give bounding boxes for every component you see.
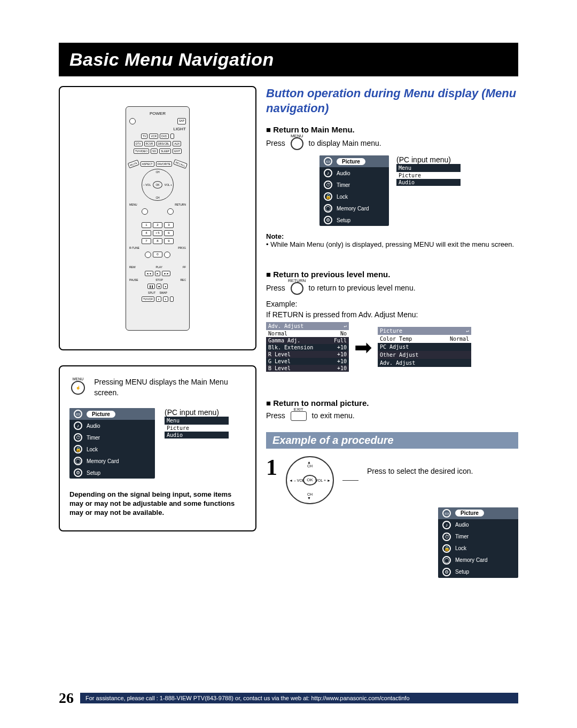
exit-button-icon — [291, 411, 307, 421]
content-columns: POWER SAP LIGHT TVVCRDVD DTVRCVRDBS/CBLA… — [59, 86, 518, 578]
menu-item-audio: ♪Audio — [69, 420, 155, 432]
main-menu-small: ▭Picture ♪Audio ⏱Timer 🔒Lock ◯Memory Car… — [319, 155, 389, 226]
manual-page: Basic Menu Navigation POWER SAP LIGHT TV… — [0, 0, 577, 728]
disclaimer-text: Depending on the signal being input, som… — [69, 490, 246, 518]
menu-button-icon: MENU — [291, 137, 303, 150]
setup-icon: ⚙ — [442, 568, 451, 576]
setup-icon: ⚙ — [324, 216, 332, 224]
audio-icon: ♪ — [442, 521, 451, 529]
prog-icon — [164, 252, 170, 258]
right-column: Button operation during Menu display (Me… — [266, 86, 518, 578]
step-text: Press to select the desired icon. — [367, 456, 518, 475]
audio-icon: ♪ — [74, 421, 82, 430]
menu-item-memory: ◯Memory Card — [69, 455, 155, 467]
return-main-heading: ■ Return to Main Menu. — [266, 125, 518, 134]
dpad-icon: CH – VOL VOL + CH OK — [142, 169, 174, 201]
power-icon — [129, 118, 136, 124]
arrow-right-icon: ➡ — [354, 335, 372, 359]
step-1: 1 ▲CH CH▼ ◄ – VOL VOL + ► OK Press to se… — [266, 456, 518, 504]
lock-icon: 🔒 — [442, 544, 451, 553]
return-arrow-icon: ↵ — [344, 323, 347, 329]
return-icon — [167, 208, 174, 215]
menu-explanation-box: MENU ☝ Pressing MENU displays the Main M… — [59, 365, 256, 531]
adv-adjust-table: Adv. Adjust↵ NormalNo Gamma Adj.Full Blk… — [266, 322, 349, 372]
page-footer: 26 For assistance, please call : 1-888-V… — [59, 690, 518, 707]
connector-line — [342, 480, 358, 481]
return-normal-heading: ■ Return to normal picture. — [266, 398, 518, 408]
pc-input-label: (PC input menu) — [165, 408, 229, 417]
left-column: POWER SAP LIGHT TVVCRDVD DTVRCVRDBS/CBLA… — [59, 86, 256, 578]
pause-icon: ❚❚ — [147, 284, 155, 289]
step-menu-list: ▭Picture ♪Audio ⏱Timer 🔒Lock ◯Memory Car… — [438, 507, 518, 578]
example-heading: Example of a procedure — [266, 432, 518, 449]
menu-list-grid: ▭Picture ♪Audio ⏱Timer 🔒Lock ◯Memory Car… — [69, 408, 246, 479]
lock-icon: 🔒 — [74, 445, 82, 453]
menu-item-lock: 🔒Lock — [69, 443, 155, 455]
timer-icon: ⏱ — [442, 533, 451, 541]
menu-button-illustration: MENU ☝ — [69, 377, 87, 398]
dpad-illustration: ▲CH CH▼ ◄ – VOL VOL + ► OK — [286, 456, 334, 504]
rec-icon: ● — [163, 284, 168, 289]
menu-icon — [142, 208, 148, 215]
hand-press-icon: ☝ — [71, 381, 85, 395]
lock-icon: 🔒 — [324, 192, 332, 201]
picture-icon: ▭ — [324, 157, 332, 166]
pc-menu-small: Menu Picture Audio — [396, 164, 461, 186]
menu-item-picture: ▭Picture — [69, 408, 155, 420]
menu-item-setup: ⚙Setup — [69, 467, 155, 479]
memory-icon: ◯ — [324, 204, 332, 213]
section-heading: Button operation during Menu display (Me… — [266, 86, 518, 115]
rtune-icon — [145, 252, 151, 258]
remote-control: POWER SAP LIGHT TVVCRDVD DTVRCVRDBS/CBLA… — [126, 106, 190, 331]
menu-press-row: MENU ☝ Pressing MENU displays the Main M… — [69, 377, 246, 398]
footer-assistance: For assistance, please call : 1-888-VIEW… — [80, 693, 518, 703]
timer-icon: ⏱ — [74, 433, 82, 442]
menu-press-text: Pressing MENU displays the Main Menu scr… — [94, 377, 246, 398]
pc-input-block: (PC input menu) Menu Picture Audio — [165, 408, 229, 439]
picture-icon: ▭ — [442, 509, 451, 518]
note-block: Note: • While Main Menu (only) is displa… — [266, 232, 518, 248]
memory-icon: ◯ — [442, 556, 451, 565]
setup-icon: ⚙ — [74, 468, 82, 477]
pc-menu-list: Menu Picture Audio — [165, 417, 229, 439]
ff-icon: ►► — [162, 271, 170, 276]
page-number: 26 — [59, 690, 74, 707]
return-main-text: Press MENU to display Main menu. — [266, 137, 518, 150]
stop-icon: ■ — [157, 284, 161, 289]
play-icon: ► — [155, 271, 161, 276]
return-arrow-icon: ↵ — [466, 328, 469, 334]
picture-menu-table: Picture↵ Color TempNormal PC Adjust Othe… — [378, 327, 471, 367]
rew-icon: ◄◄ — [145, 271, 153, 276]
picture-icon: ▭ — [74, 410, 82, 418]
return-button-icon: RETURN — [291, 282, 303, 295]
audio-icon: ♪ — [324, 169, 332, 177]
memory-icon: ◯ — [74, 457, 82, 465]
main-menu-list: ▭Picture ♪Audio ⏱Timer 🔒Lock ◯Memory Car… — [69, 408, 155, 479]
remote-illustration-box: POWER SAP LIGHT TVVCRDVD DTVRCVRDBS/CBLA… — [59, 86, 256, 350]
menu-item-timer: ⏱Timer — [69, 432, 155, 443]
page-title: Basic Menu Navigation — [59, 43, 518, 76]
timer-icon: ⏱ — [324, 181, 332, 189]
